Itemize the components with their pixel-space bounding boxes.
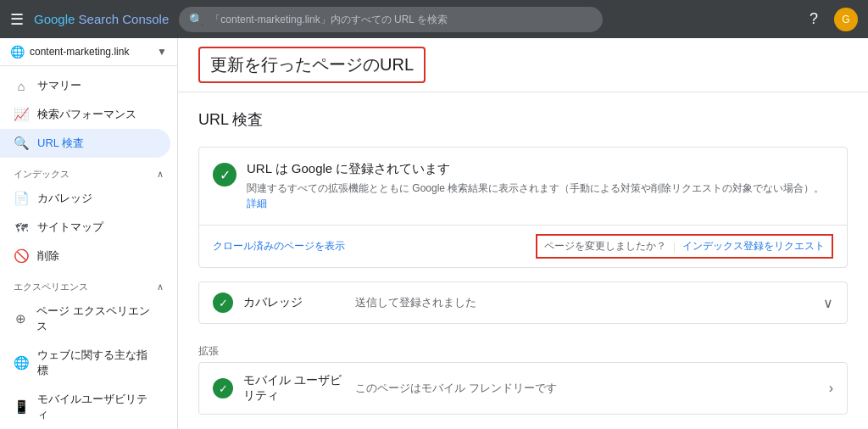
mobile-label: モバイル ユーザビリティ — [243, 373, 345, 404]
sidebar-label-core-vitals: ウェブに関する主な指標 — [37, 348, 157, 378]
sidebar-item-summary[interactable]: ⌂ サマリー — [0, 71, 170, 100]
section-index: インデックス ∧ — [0, 158, 177, 184]
coverage-card[interactable]: ✓ カバレッジ 送信して登録されました ∨ — [198, 281, 848, 324]
url-input-display[interactable]: 更新を行ったページのURL — [198, 47, 426, 83]
result-card: ✓ URL は Google に登録されています 関連するすべての拡張機能ととも… — [198, 147, 848, 268]
sidebar-item-removal[interactable]: 🚫 削除 — [0, 242, 170, 270]
result-text: URL は Google に登録されています 関連するすべての拡張機能とともに … — [247, 161, 833, 211]
status-icon: ✓ — [213, 163, 236, 187]
property-chevron-icon: ▼ — [157, 46, 167, 58]
section-index-chevron[interactable]: ∧ — [157, 169, 164, 180]
help-button[interactable]: ? — [802, 8, 826, 31]
sidebar-nav: ⌂ サマリー 📈 検索パフォーマンス 🔍 URL 検査 インデックス ∧ 📄 カ… — [0, 66, 177, 429]
sidebar-label-page-exp: ページ エクスペリエンス — [36, 304, 157, 334]
chart-icon: 📈 — [14, 107, 29, 122]
topbar-right: ? G — [802, 8, 858, 31]
sidebar-item-performance[interactable]: 📈 検索パフォーマンス — [0, 100, 170, 129]
sidebar-label-url-inspection: URL 検査 — [37, 136, 84, 151]
main-layout: 🌐 content-marketing.link ▼ ⌂ サマリー 📈 検索パフ… — [0, 38, 868, 429]
sidebar-label-mobile: モバイルユーザビリティ — [37, 392, 157, 422]
mobile-card[interactable]: ✓ モバイル ユーザビリティ このページはモバイル フレンドリーです › — [198, 362, 848, 415]
page-exp-icon: ⊕ — [14, 311, 28, 326]
sidebar-label-summary: サマリー — [37, 78, 81, 93]
property-selector[interactable]: 🌐 content-marketing.link ▼ — [0, 38, 177, 66]
avatar[interactable]: G — [834, 8, 858, 31]
topbar: ☰ Google Search Console 🔍 ? G — [0, 0, 868, 38]
sidebar-item-sitemap[interactable]: 🗺 サイトマップ — [0, 213, 170, 242]
sidebar-item-core-vitals[interactable]: 🌐 ウェブに関する主な指標 — [0, 341, 170, 385]
search-icon: 🔍 — [189, 13, 203, 26]
url-input-bar: 更新を行ったページのURL — [178, 38, 868, 92]
result-card-header: ✓ URL は Google に登録されています 関連するすべての拡張機能ととも… — [199, 148, 847, 225]
coverage-value: 送信して登録されました — [355, 295, 813, 310]
sidebar: 🌐 content-marketing.link ▼ ⌂ サマリー 📈 検索パフ… — [0, 38, 178, 429]
coverage-label: カバレッジ — [243, 295, 345, 310]
sidebar-label-performance: 検索パフォーマンス — [37, 107, 136, 122]
sidebar-item-page-experience[interactable]: ⊕ ページ エクスペリエンス — [0, 297, 170, 341]
content-area: 更新を行ったページのURL URL 検査 ✓ URL は Google に登録さ… — [178, 38, 868, 429]
result-card-footer: クロール済みのページを表示 ページを変更しましたか？ | インデックス登録をリク… — [199, 225, 847, 267]
extensions-label: 拡張 — [198, 337, 848, 362]
app-logo: Google Search Console — [34, 12, 169, 26]
search-nav-icon: 🔍 — [14, 136, 29, 151]
result-desc: 関連するすべての拡張機能とともに Google 検索結果に表示されます（手動によ… — [247, 181, 833, 211]
search-bar[interactable]: 🔍 — [179, 7, 603, 32]
section-experience-chevron[interactable]: ∧ — [157, 281, 164, 292]
sidebar-item-coverage[interactable]: 📄 カバレッジ — [0, 184, 170, 213]
sidebar-item-mobile[interactable]: 📱 モバイルユーザビリティ — [0, 385, 170, 429]
result-title: URL は Google に登録されています — [247, 161, 833, 177]
page-title: URL 検査 — [198, 109, 848, 130]
search-input[interactable] — [210, 14, 593, 25]
property-name: content-marketing.link — [30, 46, 152, 58]
coverage-status-icon: ✓ — [213, 292, 233, 313]
index-request-button[interactable]: インデックス登録をリクエスト — [682, 239, 825, 254]
domain-icon: 🌐 — [10, 45, 25, 58]
section-experience: エクスペリエンス ∧ — [0, 270, 177, 297]
home-icon: ⌂ — [14, 79, 29, 93]
sidebar-label-removal: 削除 — [37, 248, 59, 264]
coverage-icon: 📄 — [14, 191, 29, 206]
mobile-status-icon: ✓ — [213, 378, 233, 398]
sidebar-label-coverage: カバレッジ — [37, 191, 92, 206]
mobile-chevron-icon: › — [829, 381, 833, 396]
sitemap-icon: 🗺 — [14, 220, 29, 235]
page-content: URL 検査 ✓ URL は Google に登録されています 関連するすべての… — [178, 92, 868, 429]
mobile-icon: 📱 — [14, 399, 29, 415]
removal-icon: 🚫 — [14, 248, 29, 264]
index-request-area: ページを変更しましたか？ | インデックス登録をリクエスト — [536, 234, 833, 259]
index-request-prefix: ページを変更しましたか？ — [544, 239, 666, 254]
detail-link[interactable]: 詳細 — [247, 198, 267, 209]
vitals-icon: 🌐 — [14, 355, 29, 370]
menu-icon[interactable]: ☰ — [10, 10, 24, 29]
crawl-link[interactable]: クロール済みのページを表示 — [213, 239, 536, 254]
coverage-chevron-icon: ∨ — [823, 295, 833, 311]
mobile-value: このページはモバイル フレンドリーです — [355, 381, 819, 396]
sidebar-item-url-inspection[interactable]: 🔍 URL 検査 — [0, 129, 170, 158]
sidebar-label-sitemap: サイトマップ — [37, 220, 103, 235]
